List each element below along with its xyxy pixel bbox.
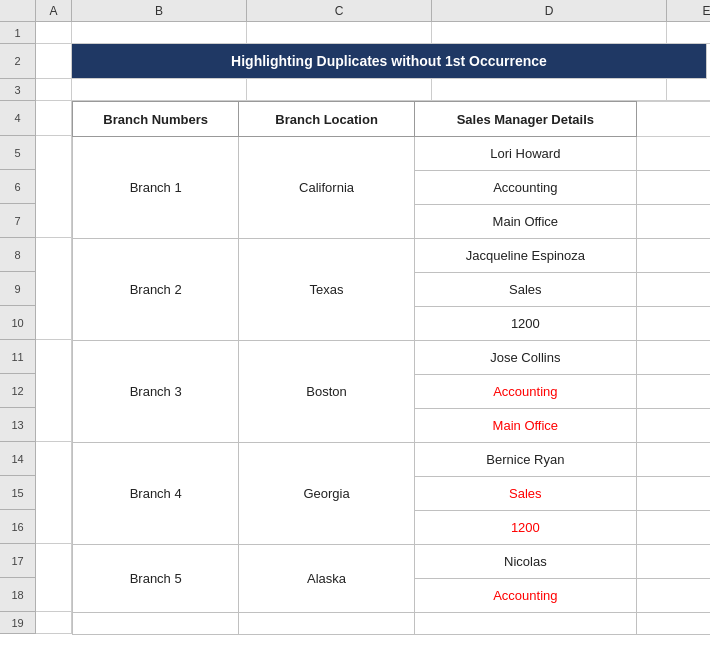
- branch1-number[interactable]: Branch 1: [73, 137, 239, 239]
- branch3-number[interactable]: Branch 3: [73, 341, 239, 443]
- branch5-detail-2[interactable]: Accounting: [414, 579, 636, 613]
- branch4-detail-1[interactable]: Bernice Ryan: [414, 443, 636, 477]
- rownum-15: 15: [0, 476, 36, 510]
- col-a-cells: [36, 101, 72, 635]
- cell-3e[interactable]: [667, 79, 710, 101]
- branch3-detail-2[interactable]: Accounting: [414, 375, 636, 409]
- branch3-detail-3[interactable]: Main Office: [414, 409, 636, 443]
- row-3: 3: [0, 79, 710, 101]
- branch3-e2[interactable]: [636, 375, 710, 409]
- branch2-row1: Branch 2 Texas Jacqueline Espinoza: [73, 239, 711, 273]
- cell-4a[interactable]: [36, 101, 72, 136]
- branch5-row1: Branch 5 Alaska Nicolas: [73, 545, 711, 579]
- cell-1d[interactable]: [432, 22, 667, 44]
- branch2-e2[interactable]: [636, 273, 710, 307]
- cell-3b[interactable]: [72, 79, 247, 101]
- branch2-e1[interactable]: [636, 239, 710, 273]
- branch5-location[interactable]: Alaska: [239, 545, 414, 613]
- branch2-detail-2[interactable]: Sales: [414, 273, 636, 307]
- row-19: [73, 613, 711, 635]
- data-section: 4 5 6 7 8 9 10 11 12 13 14 15 16 17 18 1…: [0, 101, 710, 635]
- branch1-detail-2[interactable]: Accounting: [414, 171, 636, 205]
- branch3-detail-1[interactable]: Jose Collins: [414, 341, 636, 375]
- header-branch-location: Branch Location: [239, 102, 414, 137]
- col-header-b: B: [72, 0, 247, 21]
- header-row: Branch Numbers Branch Location Sales Man…: [73, 102, 711, 137]
- rownum-6: 6: [0, 170, 36, 204]
- corner-cell: [0, 0, 36, 21]
- branch2-detail-3[interactable]: 1200: [414, 307, 636, 341]
- branch4-location[interactable]: Georgia: [239, 443, 414, 545]
- rownum-16: 16: [0, 510, 36, 544]
- rownum-7: 7: [0, 204, 36, 238]
- rownum-17: 17: [0, 544, 36, 578]
- cell-2a[interactable]: [36, 44, 72, 79]
- cell-19c[interactable]: [239, 613, 414, 635]
- branch1-e3[interactable]: [636, 205, 710, 239]
- branch4-e1[interactable]: [636, 443, 710, 477]
- branch2-detail-1[interactable]: Jacqueline Espinoza: [414, 239, 636, 273]
- rownum-1: 1: [0, 22, 36, 44]
- branch5-e2[interactable]: [636, 579, 710, 613]
- branch3-e3[interactable]: [636, 409, 710, 443]
- cell-3d[interactable]: [432, 79, 667, 101]
- branch1-location[interactable]: California: [239, 137, 414, 239]
- branch3-location[interactable]: Boston: [239, 341, 414, 443]
- cell-1a[interactable]: [36, 22, 72, 44]
- col-header-d: D: [432, 0, 667, 21]
- branch4-row1: Branch 4 Georgia Bernice Ryan: [73, 443, 711, 477]
- cell-1e[interactable]: [667, 22, 710, 44]
- cell-19b[interactable]: [73, 613, 239, 635]
- branch1-e2[interactable]: [636, 171, 710, 205]
- branch1-detail-1[interactable]: Lori Howard: [414, 137, 636, 171]
- branch1-detail-3[interactable]: Main Office: [414, 205, 636, 239]
- cell-19d[interactable]: [414, 613, 636, 635]
- branch2-e3[interactable]: [636, 307, 710, 341]
- spreadsheet: A B C D E 1 2 Highlighting Duplicates wi…: [0, 0, 710, 635]
- branch1-row1: Branch 1 California Lori Howard: [73, 137, 711, 171]
- col-header-c: C: [247, 0, 432, 21]
- cell-19a[interactable]: [36, 612, 72, 634]
- branch2-location[interactable]: Texas: [239, 239, 414, 341]
- col-header-row: A B C D E: [0, 0, 710, 22]
- cell-14-16a[interactable]: [36, 442, 72, 544]
- rownum-2: 2: [0, 44, 36, 79]
- cell-3c[interactable]: [247, 79, 432, 101]
- branch4-number[interactable]: Branch 4: [73, 443, 239, 545]
- rownum-10: 10: [0, 306, 36, 340]
- rownum-4: 4: [0, 101, 36, 136]
- branch1-e1[interactable]: [636, 137, 710, 171]
- col-header-a: A: [36, 0, 72, 21]
- title-cell: Highlighting Duplicates without 1st Occu…: [72, 44, 707, 79]
- rownum-3: 3: [0, 79, 36, 101]
- cell-11-13a[interactable]: [36, 340, 72, 442]
- header-sales-manager: Sales Manager Details: [414, 102, 636, 137]
- branch2-number[interactable]: Branch 2: [73, 239, 239, 341]
- rownum-19: 19: [0, 612, 36, 634]
- rownum-13: 13: [0, 408, 36, 442]
- branch4-e3[interactable]: [636, 511, 710, 545]
- rownum-11: 11: [0, 340, 36, 374]
- cell-17-18a[interactable]: [36, 544, 72, 612]
- branch4-e2[interactable]: [636, 477, 710, 511]
- rownum-12: 12: [0, 374, 36, 408]
- cell-5-7a[interactable]: [36, 136, 72, 238]
- cell-1b[interactable]: [72, 22, 247, 44]
- main-data-table: Branch Numbers Branch Location Sales Man…: [72, 101, 710, 635]
- branch3-e1[interactable]: [636, 341, 710, 375]
- cell-3a[interactable]: [36, 79, 72, 101]
- branch5-detail-1[interactable]: Nicolas: [414, 545, 636, 579]
- cell-1c[interactable]: [247, 22, 432, 44]
- branch4-detail-2[interactable]: Sales: [414, 477, 636, 511]
- rownum-8: 8: [0, 238, 36, 272]
- cell-8-10a[interactable]: [36, 238, 72, 340]
- row-2: 2 Highlighting Duplicates without 1st Oc…: [0, 44, 710, 79]
- rownum-9: 9: [0, 272, 36, 306]
- branch5-e1[interactable]: [636, 545, 710, 579]
- cell-19e[interactable]: [636, 613, 710, 635]
- header-e: [636, 102, 710, 137]
- branch4-detail-3[interactable]: 1200: [414, 511, 636, 545]
- rownum-5: 5: [0, 136, 36, 170]
- branch3-row1: Branch 3 Boston Jose Collins: [73, 341, 711, 375]
- branch5-number[interactable]: Branch 5: [73, 545, 239, 613]
